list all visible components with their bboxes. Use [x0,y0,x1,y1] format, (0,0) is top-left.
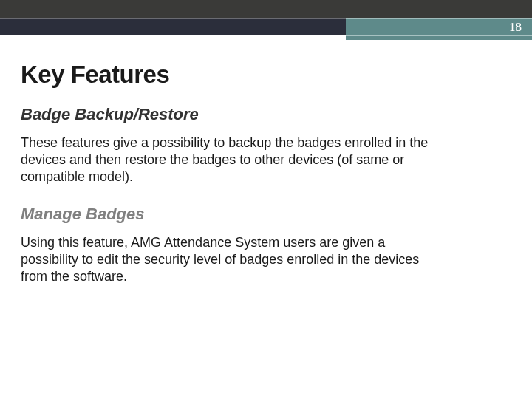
header-right-block: 18 [346,18,532,35]
section-body-manage: Using this feature, AMG Attendance Syste… [21,234,442,285]
page-title: Key Features [21,61,511,89]
accent-row [0,35,532,40]
header-left-block [0,18,346,35]
accent-right [346,35,532,40]
section-heading-backup: Badge Backup/Restore [21,105,511,124]
accent-left [0,35,346,40]
page-number: 18 [509,20,522,35]
header-row: 18 [0,18,532,35]
slide-content: Key Features Badge Backup/Restore These … [0,40,532,285]
section-heading-manage: Manage Badges [21,205,511,224]
top-strip [0,0,532,18]
section-body-backup: These features give a possibility to bac… [21,134,442,185]
